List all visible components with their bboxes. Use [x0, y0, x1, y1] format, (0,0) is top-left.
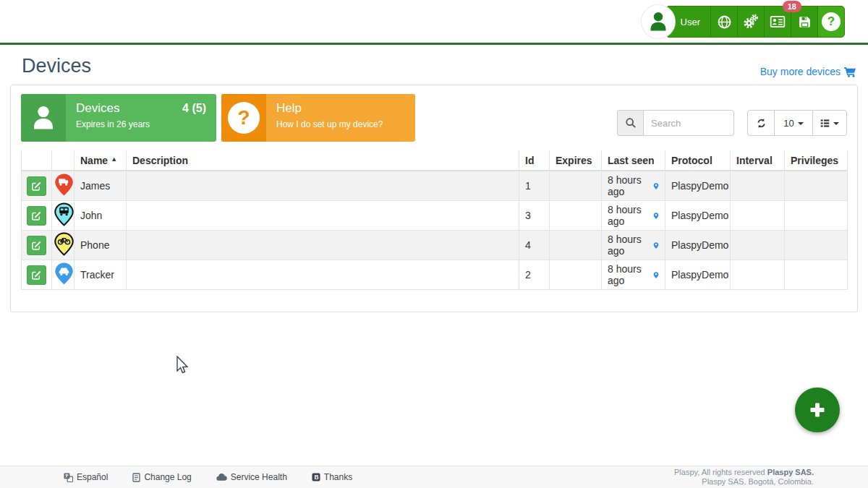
cell-name[interactable]: Phone [75, 231, 127, 260]
help-card-title: Help [276, 101, 302, 116]
column-header-protocol[interactable]: Protocol [665, 150, 731, 171]
cell-device-icon [52, 171, 75, 201]
settings-button[interactable] [737, 6, 765, 38]
question-mark-icon: ? [822, 12, 841, 31]
copyright-line2: Plaspy SAS. Bogotá, Colombia. [674, 477, 814, 487]
plus-icon [806, 398, 829, 421]
column-header-last-seen[interactable]: Last seen [602, 150, 665, 171]
edit-icon [31, 270, 42, 281]
cell-id: 3 [519, 201, 550, 231]
table-row: Phone48 hours agoPlaspyDemo [22, 231, 848, 260]
caret-down-icon [798, 122, 804, 125]
cell-privileges [785, 231, 848, 260]
avatar[interactable] [642, 5, 675, 38]
column-header-description[interactable]: Description [127, 150, 519, 171]
location-pin-icon[interactable] [653, 241, 659, 250]
edit-device-button[interactable] [27, 206, 46, 226]
help-card[interactable]: ? Help How I do set up my device? [221, 94, 415, 142]
column-header-expires[interactable]: Expires [550, 150, 602, 171]
top-header: 18 User [0, 0, 868, 45]
cell-protocol: PlaspyDemo [665, 201, 731, 231]
refresh-button[interactable] [747, 110, 775, 136]
column-header-name[interactable]: Name▲ [75, 150, 127, 171]
cell-description [127, 171, 519, 201]
page-size-dropdown[interactable]: 10 [774, 110, 813, 136]
caret-down-icon [833, 122, 839, 125]
cell-description [127, 201, 519, 231]
cell-device-icon [52, 201, 75, 231]
table-row: Tracker28 hours agoPlaspyDemo [22, 260, 848, 290]
changelog-icon [132, 473, 140, 482]
search-group [617, 110, 734, 136]
location-pin-icon[interactable] [653, 211, 659, 221]
footer-link-label: Español [77, 472, 108, 482]
thanks-icon: B [312, 473, 320, 481]
search-icon [625, 117, 637, 129]
edit-icon [31, 240, 42, 251]
notification-badge[interactable]: 18 [783, 1, 801, 12]
footer: EspañolChange LogService HealthBThanks P… [0, 466, 868, 488]
cell-expires [550, 171, 602, 201]
search-addon [617, 110, 643, 136]
cell-name[interactable]: James [75, 171, 127, 201]
cell-last-seen: 8 hours ago [602, 260, 665, 290]
mouse-cursor [176, 356, 190, 376]
cell-privileges [785, 260, 848, 290]
cell-expires [550, 201, 602, 231]
cell-interval [731, 171, 785, 201]
devices-summary-card[interactable]: Devices 4 (5) Expires in 26 years [21, 94, 216, 142]
help-button[interactable]: ? [817, 6, 845, 38]
edit-device-button[interactable] [27, 265, 46, 285]
edit-device-button[interactable] [27, 236, 46, 255]
cell-edit [22, 231, 52, 260]
page-title: Devices [22, 55, 91, 77]
cloud-icon [216, 474, 227, 481]
device-pin-icon [54, 173, 75, 197]
cell-last-seen: 8 hours ago [602, 201, 665, 231]
cell-protocol: PlaspyDemo [665, 231, 731, 260]
list-columns-icon [820, 118, 830, 129]
location-pin-icon[interactable] [653, 181, 659, 191]
user-label: User [681, 17, 700, 27]
edit-device-button[interactable] [27, 176, 46, 196]
footer-link-service-health[interactable]: Service Health [216, 472, 287, 482]
device-pin-icon [54, 202, 75, 226]
cell-interval [731, 260, 785, 290]
cell-interval [731, 201, 785, 231]
cell-last-seen: 8 hours ago [602, 231, 665, 260]
devices-count: 4 (5) [182, 102, 206, 115]
help-question-icon: ? [228, 102, 260, 134]
table-row: James18 hours agoPlaspyDemo [22, 171, 848, 201]
language-icon [64, 473, 73, 482]
user-avatar-icon [646, 9, 671, 34]
cell-interval [731, 231, 785, 260]
help-card-subtitle: How I do set up my device? [276, 119, 405, 129]
cell-last-seen: 8 hours ago [602, 171, 665, 201]
add-device-button[interactable] [795, 388, 840, 432]
column-header-privileges[interactable]: Privileges [785, 150, 848, 171]
cell-name[interactable]: Tracker [75, 260, 127, 290]
cell-privileges [785, 171, 848, 201]
location-pin-icon[interactable] [653, 270, 659, 280]
footer-link-change-log[interactable]: Change Log [132, 472, 191, 482]
edit-icon [31, 181, 42, 192]
column-header-interval[interactable]: Interval [731, 150, 785, 171]
cell-description [127, 231, 519, 260]
globe-button[interactable] [710, 6, 738, 38]
column-header-blank [22, 150, 52, 171]
save-icon [797, 14, 812, 30]
device-pin-icon [54, 232, 75, 256]
buy-more-devices-link[interactable]: Buy more devices [760, 66, 856, 77]
column-header-id[interactable]: Id [519, 150, 550, 171]
cell-edit [22, 260, 52, 290]
footer-link-thanks[interactable]: BThanks [312, 472, 352, 482]
page-size-value: 10 [783, 118, 793, 129]
cell-privileges [785, 201, 848, 231]
footer-link-espanol[interactable]: Español [64, 472, 108, 482]
cell-id: 4 [519, 231, 550, 260]
search-input[interactable] [643, 110, 734, 136]
devices-table: Name▲DescriptionIdExpiresLast seenProtoc… [21, 150, 848, 290]
cell-name[interactable]: John [75, 201, 127, 231]
view-options-dropdown[interactable] [812, 110, 847, 136]
svg-text:B: B [314, 474, 318, 481]
